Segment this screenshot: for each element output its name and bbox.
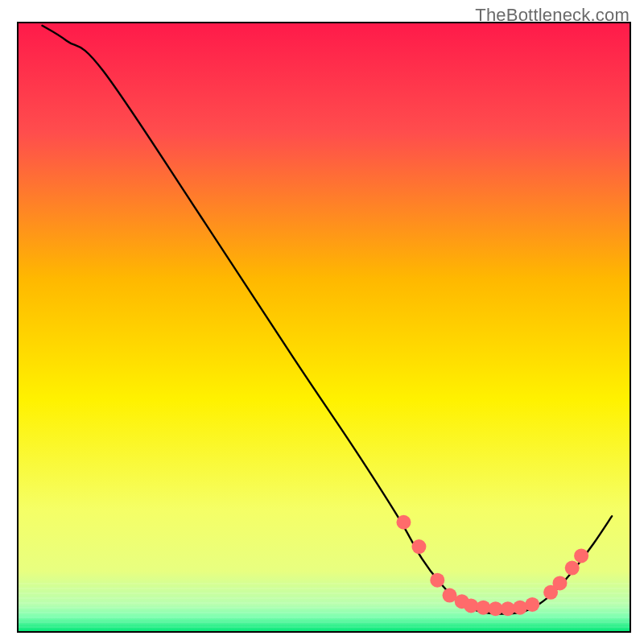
data-dot [501,601,515,616]
watermark-text: TheBottleneck.com [475,5,630,26]
data-dot [574,548,588,563]
data-dot [552,576,567,590]
data-dot [430,573,444,588]
data-dot [513,601,527,615]
data-dot [464,598,478,613]
chart-svg [0,0,644,644]
bottleneck-chart [0,0,644,644]
data-dot [443,588,457,603]
data-dot [411,539,426,554]
plot-background [18,23,630,632]
data-dot [476,601,490,615]
data-dot [565,561,580,576]
data-dot [396,515,411,530]
data-dot [525,597,539,612]
